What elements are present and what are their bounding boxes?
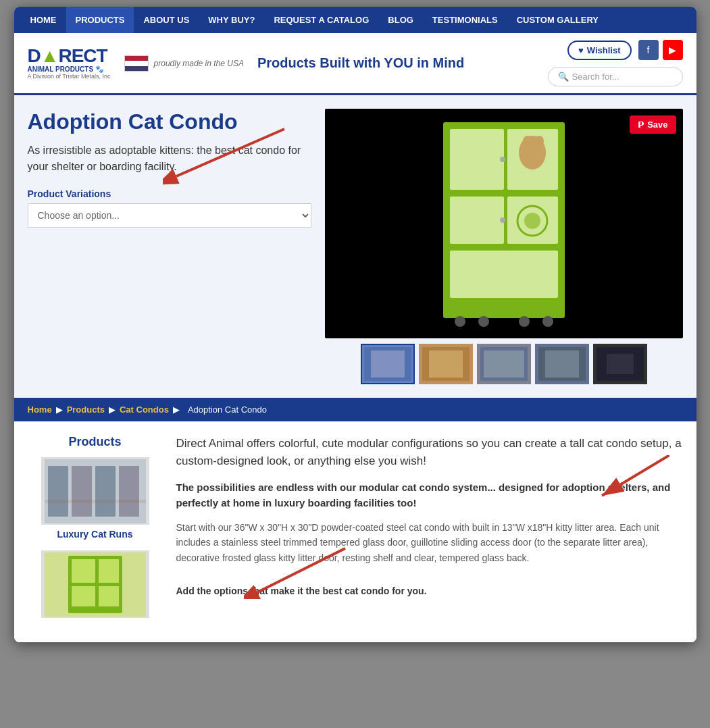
pinterest-icon: 𝗣 <box>638 120 644 130</box>
search-placeholder: Search for... <box>572 72 619 82</box>
svg-rect-37 <box>72 559 95 583</box>
condo-thumbnail <box>45 552 146 617</box>
sidebar-item-img-2 <box>41 550 149 618</box>
svg-rect-39 <box>72 586 95 606</box>
main-content: Direct Animal offers colorful, cute modu… <box>176 435 683 629</box>
breadcrumb-sep-2: ▶ <box>109 405 116 415</box>
content-area: Products Luxury Cat Runs <box>14 421 696 642</box>
product-description: As irresistible as adoptable kittens: th… <box>28 142 311 175</box>
search-icon: 🔍 <box>558 72 569 82</box>
wishlist-label: Wishlist <box>587 45 621 55</box>
hero-right: 𝗣 Save <box>325 109 683 384</box>
svg-rect-12 <box>450 251 558 298</box>
pinterest-save-button[interactable]: 𝗣 Save <box>630 115 676 134</box>
youtube-icon[interactable]: ▶ <box>663 40 683 60</box>
breadcrumb-cat-condos[interactable]: Cat Condos <box>120 405 169 415</box>
facebook-icon[interactable]: f <box>638 40 659 60</box>
search-bar[interactable]: 🔍 Search for... <box>548 67 683 86</box>
sidebar: Products Luxury Cat Runs <box>28 435 163 629</box>
thumbnail-5[interactable] <box>593 344 647 384</box>
logo-division: A Division of Tristar Metals, Inc <box>28 73 111 80</box>
nav-catalog[interactable]: Request a Catalog <box>264 7 378 33</box>
svg-rect-32 <box>95 466 116 517</box>
content-highlight: The possibilities are endless with our m… <box>176 480 683 511</box>
svg-point-13 <box>455 316 465 327</box>
svg-rect-40 <box>99 586 119 606</box>
svg-point-17 <box>500 157 505 162</box>
social-icons: f ▶ <box>638 40 683 60</box>
hero-left: Adoption Cat Condo As irresistible as ad… <box>28 109 311 384</box>
breadcrumb-sep-3: ▶ <box>173 405 180 415</box>
sidebar-item-img-1 <box>41 457 149 525</box>
variations-select[interactable]: Choose an option... <box>28 203 311 228</box>
content-cta: Add the options that make it the best ca… <box>176 586 683 596</box>
logo-area: D▲RECT ANIMAL PRODUCTS 🐾 A Division of T… <box>28 47 111 80</box>
product-title: Adoption Cat Condo <box>28 109 311 134</box>
header-tagline: Products Built with YOU in Mind <box>257 55 548 71</box>
svg-point-15 <box>519 316 530 327</box>
svg-point-14 <box>478 316 489 327</box>
flag-area: proudly made in the USA <box>124 55 244 72</box>
content-body: Start with our 36"W x 30"H x 30"D powder… <box>176 520 683 565</box>
breadcrumb-home[interactable]: Home <box>28 405 52 415</box>
content-intro: Direct Animal offers colorful, cute modu… <box>176 435 683 469</box>
thumbnail-strip <box>325 344 683 384</box>
sidebar-item-luxury-cat-runs[interactable]: Luxury Cat Runs <box>28 457 163 540</box>
nav-testimonials[interactable]: Testimonials <box>423 7 507 33</box>
svg-rect-31 <box>72 466 92 517</box>
site-header: D▲RECT ANIMAL PRODUCTS 🐾 A Division of T… <box>14 33 696 95</box>
svg-point-16 <box>542 316 553 327</box>
nav-about[interactable]: About Us <box>134 7 199 33</box>
luxury-runs-thumbnail <box>45 459 146 523</box>
thumbnail-2[interactable] <box>419 344 473 384</box>
hero-section: Adoption Cat Condo As irresistible as ad… <box>14 95 696 398</box>
wishlist-button[interactable]: ♥ Wishlist <box>567 41 631 60</box>
cta-area: Add the options that make it the best ca… <box>176 586 683 596</box>
logo-subtitle: ANIMAL PRODUCTS 🐾 <box>28 66 111 73</box>
nav-gallery[interactable]: Custom Gallery <box>507 7 608 33</box>
thumbnail-4[interactable] <box>535 344 589 384</box>
svg-point-6 <box>523 136 532 147</box>
top-navigation: Home Products About Us Why Buy? Request … <box>14 7 696 33</box>
svg-rect-33 <box>119 466 139 517</box>
browser-frame: Home Products About Us Why Buy? Request … <box>14 7 696 642</box>
svg-point-11 <box>524 213 540 229</box>
cat-condo-svg <box>430 115 578 332</box>
svg-rect-28 <box>607 354 634 374</box>
heart-icon: ♥ <box>578 45 584 55</box>
breadcrumb: Home ▶ Products ▶ Cat Condos ▶ Adoption … <box>14 398 696 421</box>
sidebar-title: Products <box>28 435 163 449</box>
thumbnail-1[interactable] <box>361 344 415 384</box>
main-product-image: 𝗣 Save <box>325 109 683 338</box>
svg-rect-26 <box>545 350 579 378</box>
svg-point-7 <box>534 136 544 147</box>
breadcrumb-current: Adoption Cat Condo <box>188 405 267 415</box>
nav-products[interactable]: Products <box>66 7 134 33</box>
made-in-usa-text: proudly made in the USA <box>154 59 244 68</box>
svg-rect-22 <box>429 350 463 378</box>
nav-why-buy[interactable]: Why Buy? <box>199 7 264 33</box>
svg-rect-34 <box>45 500 146 503</box>
sidebar-item-adoption-condo[interactable] <box>28 550 163 618</box>
breadcrumb-products[interactable]: Products <box>67 405 105 415</box>
svg-rect-8 <box>450 197 504 244</box>
svg-rect-24 <box>484 350 524 378</box>
logo-text: D▲RECT <box>28 47 111 66</box>
flag-icon <box>124 55 149 72</box>
svg-point-18 <box>500 217 505 223</box>
svg-rect-38 <box>99 559 119 583</box>
variations-label: Product Variations <box>28 188 311 199</box>
save-label: Save <box>647 120 667 130</box>
svg-rect-20 <box>371 350 405 378</box>
breadcrumb-sep-1: ▶ <box>56 405 63 415</box>
thumbnail-3[interactable] <box>477 344 531 384</box>
sidebar-item-label-1[interactable]: Luxury Cat Runs <box>28 529 163 540</box>
svg-rect-30 <box>48 466 68 517</box>
nav-home[interactable]: Home <box>21 7 66 33</box>
header-right: ♥ Wishlist f ▶ 🔍 Search for... <box>548 40 683 86</box>
nav-blog[interactable]: Blog <box>378 7 423 33</box>
svg-rect-3 <box>450 129 504 190</box>
